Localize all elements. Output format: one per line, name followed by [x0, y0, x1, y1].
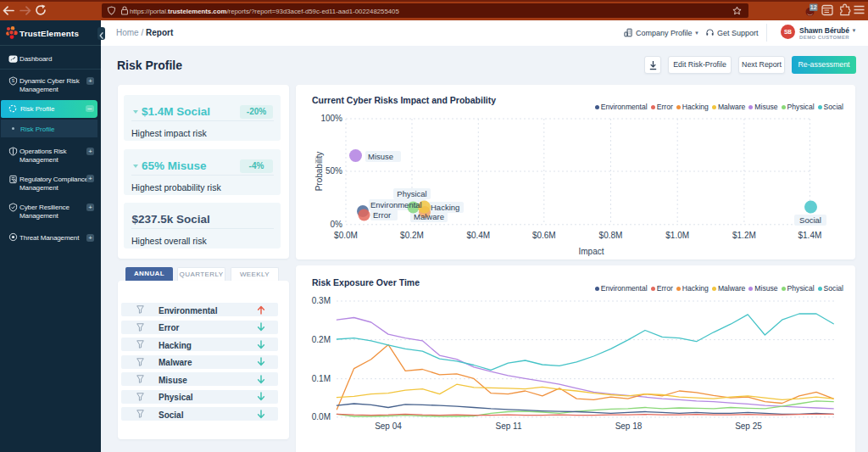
svg-text:0.2M: 0.2M: [312, 335, 331, 344]
svg-text:0.3M: 0.3M: [312, 296, 331, 305]
svg-text:$0.2M: $0.2M: [400, 231, 424, 240]
svg-text:Sep 04: Sep 04: [375, 421, 402, 431]
svg-text:S: S: [11, 78, 14, 83]
svg-text:$0.0M: $0.0M: [334, 231, 358, 240]
svg-text:$0.8M: $0.8M: [599, 231, 623, 240]
svg-text:Sep 25: Sep 25: [735, 421, 762, 431]
svg-text:Hacking: Hacking: [431, 203, 459, 212]
svg-text:$1.4M: $1.4M: [798, 231, 822, 240]
svg-text:50%: 50%: [326, 166, 342, 176]
svg-text:0.1M: 0.1M: [312, 374, 331, 383]
svg-text:$0.6M: $0.6M: [532, 231, 556, 240]
svg-text:Environmental: Environmental: [370, 200, 422, 209]
svg-text:12: 12: [810, 4, 817, 10]
svg-text:100%: 100%: [320, 114, 342, 123]
svg-text:Social: Social: [799, 215, 821, 225]
svg-text:0.0M: 0.0M: [312, 412, 331, 421]
svg-text:Misuse: Misuse: [368, 152, 393, 161]
svg-text:Sep 11: Sep 11: [496, 421, 522, 431]
svg-text:Error: Error: [373, 210, 391, 220]
svg-text:$0.4M: $0.4M: [466, 231, 490, 240]
svg-text:$1.0M: $1.0M: [665, 231, 689, 240]
svg-text:Impact: Impact: [578, 247, 604, 256]
svg-text:Malware: Malware: [414, 212, 444, 221]
svg-text:Sep 18: Sep 18: [615, 421, 643, 431]
svg-text:Physical: Physical: [397, 189, 426, 198]
svg-text:Probability: Probability: [314, 152, 324, 192]
svg-text:0%: 0%: [331, 220, 343, 229]
svg-text:$1.2M: $1.2M: [732, 231, 756, 240]
